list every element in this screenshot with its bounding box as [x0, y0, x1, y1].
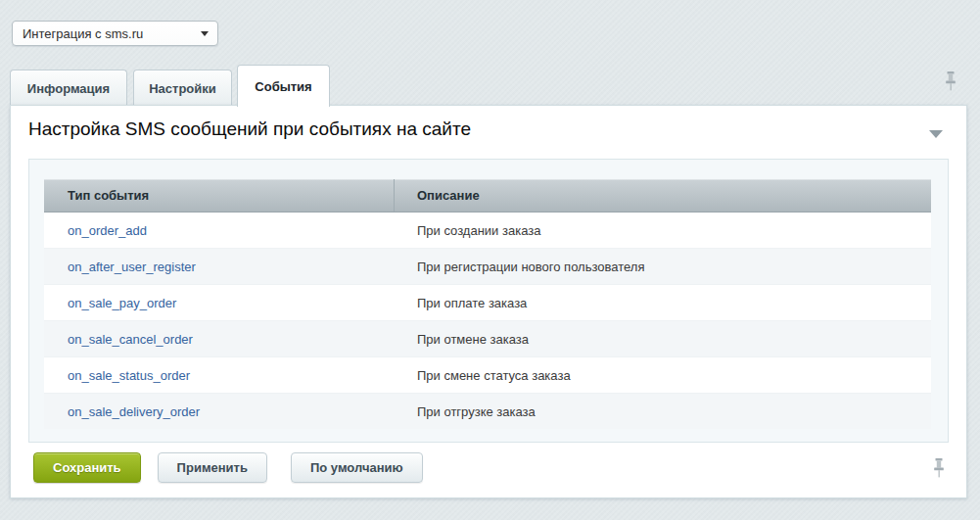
event-description: При регистрации нового пользователя — [395, 249, 931, 284]
event-description: При отмене заказа — [395, 321, 931, 356]
footer-buttons: Сохранить Применить По умолчанию — [33, 452, 423, 483]
table-row: on_order_add При создании заказа — [44, 213, 931, 249]
save-button[interactable]: Сохранить — [33, 452, 141, 483]
table-row: on_sale_status_order При смене статуса з… — [44, 357, 931, 394]
tab-settings-label: Настройки — [149, 81, 216, 96]
event-link[interactable]: on_sale_delivery_order — [68, 404, 200, 419]
tab-information-label: Информация — [27, 81, 110, 96]
chevron-down-icon[interactable] — [929, 130, 943, 138]
table-header-row: Тип события Описание — [44, 179, 931, 213]
event-description: При отгрузке заказа — [395, 394, 931, 429]
event-link[interactable]: on_sale_pay_order — [68, 296, 176, 310]
apply-button[interactable]: Применить — [158, 452, 267, 483]
page: Интеграция с sms.ru Информация Настройки… — [0, 0, 980, 520]
event-link[interactable]: on_order_add — [68, 223, 147, 238]
table-row: on_sale_pay_order При оплате заказа — [44, 285, 931, 321]
module-select-value: Интеграция с sms.ru — [13, 26, 201, 41]
events-subpanel: Тип события Описание on_order_add При со… — [28, 159, 949, 443]
pin-icon[interactable] — [944, 71, 957, 97]
tab-information[interactable]: Информация — [10, 70, 127, 106]
column-header-description: Описание — [395, 179, 931, 212]
event-description: При оплате заказа — [395, 285, 931, 320]
table-row: on_sale_cancel_order При отмене заказа — [44, 321, 931, 357]
module-select[interactable]: Интеграция с sms.ru — [12, 21, 218, 46]
tab-events-label: События — [255, 79, 311, 94]
table-row: on_after_user_register При регистрации н… — [44, 249, 931, 285]
caret-down-icon — [201, 31, 209, 36]
event-link[interactable]: on_sale_cancel_order — [68, 332, 193, 347]
event-link[interactable]: on_sale_status_order — [68, 368, 190, 383]
section-title: Настройка SMS сообщений при событиях на … — [28, 118, 471, 140]
tab-events[interactable]: События — [237, 65, 330, 107]
tab-settings[interactable]: Настройки — [133, 70, 232, 106]
column-header-event-type: Тип события — [44, 179, 395, 212]
events-table: Тип события Описание on_order_add При со… — [44, 179, 931, 429]
pin-icon[interactable] — [932, 458, 946, 484]
event-description: При создании заказа — [395, 213, 931, 248]
event-link[interactable]: on_after_user_register — [68, 260, 196, 274]
default-button[interactable]: По умолчанию — [291, 452, 423, 483]
table-row: on_sale_delivery_order При отгрузке зака… — [44, 394, 931, 429]
event-description: При смене статуса заказа — [395, 357, 931, 393]
events-panel: Настройка SMS сообщений при событиях на … — [10, 105, 967, 498]
